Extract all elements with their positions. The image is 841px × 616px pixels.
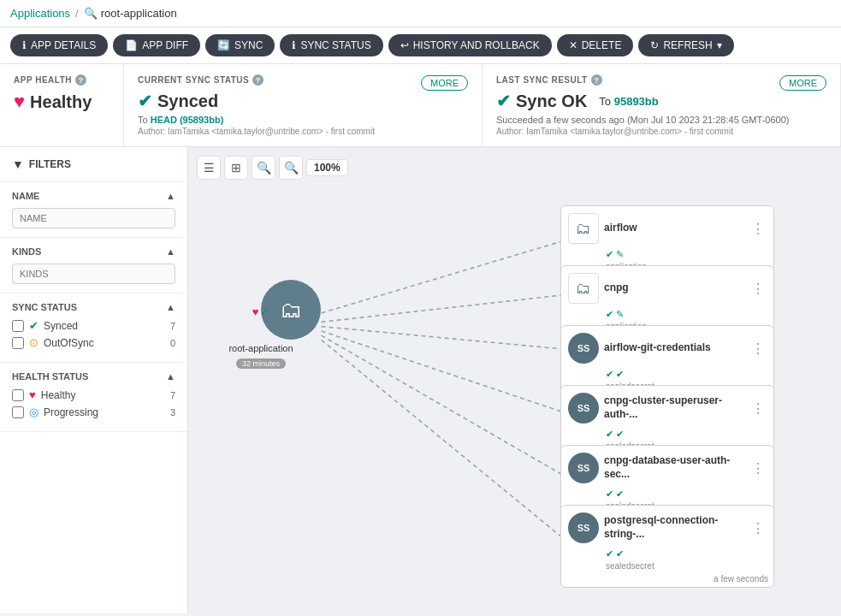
cnpg-db-user-node-header: SS cnpg-database-user-auth-sec... ⋮ (561, 446, 773, 487)
synced-check-icon: ✔ (138, 91, 152, 111)
kinds-collapse-icon: ▲ (166, 246, 175, 257)
graph-zoom-in-button[interactable]: 🔍 (252, 156, 275, 180)
name-filter-title[interactable]: NAME ▲ (12, 191, 175, 201)
sync-button[interactable]: 🔄 SYNC (205, 34, 275, 56)
graph-list-view-button[interactable]: ☰ (197, 156, 221, 180)
root-heart-icon: ♥ (252, 305, 259, 318)
last-sync-check-icon: ✔ (496, 91, 511, 111)
sync-icon: 🔄 (217, 39, 230, 51)
name-filter-input[interactable] (12, 208, 175, 228)
last-sync-value: ✔ Sync OK To 95893bb (496, 91, 826, 111)
current-sync-info-icon: ? (252, 74, 264, 86)
top-nav: Applications / 🔍 root-application (0, 0, 841, 27)
sidebar: ▼ FILTERS NAME ▲ KINDS ▲ SYNC STATUS ▲ (0, 147, 188, 613)
cnpg-superuser-icon: SS (568, 393, 599, 424)
root-node-status-icons: ♥ ✓ (252, 305, 270, 318)
history-rollback-button[interactable]: ↩ HISTORY AND ROLLBACK (388, 34, 552, 56)
sync-status-filter-title[interactable]: SYNC STATUS ▲ (12, 302, 175, 312)
cnpg-db-user-node-title: cnpg-database-user-auth-sec... (604, 454, 744, 481)
current-sync-value: ✔ Synced (138, 91, 468, 111)
health-status-filter-section: HEALTH STATUS ▲ ♥ Healthy 7 ◎ Progressin… (0, 363, 187, 432)
root-node-label: root-application (228, 343, 293, 353)
airflow-git-synced-icon: ✔ (606, 369, 613, 380)
cnpg-superuser-node-header: SS cnpg-cluster-superuser-auth-... ⋮ (561, 386, 773, 427)
name-collapse-icon: ▲ (166, 191, 175, 201)
cnpg-db-user-health-icon: ✔ (616, 489, 624, 500)
health-collapse-icon: ▲ (166, 371, 175, 382)
svg-line-4 (322, 335, 562, 474)
airflow-git-icon: SS (568, 333, 599, 364)
svg-line-0 (322, 241, 562, 313)
current-sync-section: CURRENT SYNC STATUS ? MORE ✔ Synced To H… (124, 64, 483, 146)
postgresql-conn-icon: SS (568, 512, 599, 543)
current-sync-meta: To HEAD (95893bb) (138, 115, 468, 125)
sync-status-button[interactable]: ℹ SYNC STATUS (280, 34, 382, 56)
cnpg-node-title: cnpg (604, 281, 744, 295)
applications-link[interactable]: Applications (10, 7, 70, 20)
sync-status-filter-section: SYNC STATUS ▲ ✔ Synced 7 ⊙ OutOfSync 0 (0, 293, 187, 363)
nav-separator: / (75, 7, 79, 20)
root-time-badge: 32 minutes (236, 358, 286, 369)
health-healthy-row: ♥ Healthy 7 (12, 388, 175, 401)
app-health-label: APP HEALTH ? (14, 74, 110, 86)
delete-icon: ✕ (569, 39, 577, 51)
postgresql-conn-node-header: SS postgresql-connection-string-... ⋮ (561, 506, 773, 547)
app-health-section: APP HEALTH ? ♥ Healthy (0, 64, 124, 146)
main-layout: ▼ FILTERS NAME ▲ KINDS ▲ SYNC STATUS ▲ (0, 147, 841, 613)
airflow-synced-icon: ✔ (606, 249, 613, 260)
airflow-git-status-icons: ✔ ✔ (561, 367, 773, 382)
current-sync-label: CURRENT SYNC STATUS ? (138, 74, 264, 86)
svg-line-2 (322, 327, 562, 349)
graph-zoom-out-button[interactable]: 🔍 (279, 156, 303, 180)
cnpg-menu-icon[interactable]: ⋮ (749, 281, 767, 297)
sync-synced-checkbox[interactable] (12, 320, 24, 332)
cnpg-db-user-icon: SS (568, 453, 599, 483)
airflow-status-icons: ✔ ✎ (561, 247, 773, 262)
refresh-button[interactable]: ↻ REFRESH ▾ (638, 34, 733, 56)
status-bar: APP HEALTH ? ♥ Healthy CURRENT SYNC STAT… (0, 64, 841, 147)
root-check-icon: ✓ (260, 305, 269, 318)
cnpg-superuser-menu-icon[interactable]: ⋮ (749, 400, 767, 417)
last-sync-commit-link[interactable]: 95893bb (614, 95, 659, 108)
health-healthy-checkbox[interactable] (12, 389, 24, 401)
root-node[interactable]: 🗂 (261, 280, 321, 340)
zoom-level: 100% (306, 159, 348, 176)
sync-outofsync-checkbox[interactable] (12, 337, 24, 349)
airflow-edit-icon: ✎ (616, 249, 624, 260)
kinds-filter-title[interactable]: KINDS ▲ (12, 246, 175, 257)
postgresql-conn-node[interactable]: SS postgresql-connection-string-... ⋮ ✔ … (560, 505, 774, 588)
graph-grid-view-button[interactable]: ⊞ (224, 156, 248, 180)
health-status-filter-title[interactable]: HEALTH STATUS ▲ (12, 371, 175, 382)
action-bar: ℹ APP DETAILS 📄 APP DIFF 🔄 SYNC ℹ SYNC S… (0, 27, 841, 64)
sync-synced-row: ✔ Synced 7 (12, 319, 175, 332)
cnpg-synced-icon: ✔ (606, 309, 613, 320)
airflow-menu-icon[interactable]: ⋮ (749, 221, 767, 237)
health-progressing-row: ◎ Progressing 3 (12, 406, 175, 418)
root-node-icon: 🗂 (280, 297, 302, 323)
airflow-git-node-title: airflow-git-credentials (604, 341, 744, 355)
cnpg-db-user-menu-icon[interactable]: ⋮ (749, 460, 767, 477)
app-details-button[interactable]: ℹ APP DETAILS (10, 34, 108, 56)
info-icon2: ℹ (292, 39, 296, 51)
sync-outofsync-row: ⊙ OutOfSync 0 (12, 336, 175, 349)
airflow-git-menu-icon[interactable]: ⋮ (749, 341, 767, 357)
heart-icon: ♥ (14, 91, 25, 113)
graph-area: ☰ ⊞ 🔍 🔍 100% 🗂 root-application ♥ ✓ (188, 147, 841, 613)
postgresql-conn-menu-icon[interactable]: ⋮ (749, 520, 767, 536)
current-sync-more-button[interactable]: MORE (421, 75, 468, 91)
cnpg-status-icons: ✔ ✎ (561, 307, 773, 322)
health-progressing-checkbox[interactable] (12, 406, 24, 418)
svg-line-1 (322, 295, 562, 322)
head-link[interactable]: HEAD (95893bb) (151, 115, 224, 125)
svg-line-5 (322, 340, 562, 537)
airflow-git-health-icon: ✔ (616, 369, 624, 380)
airflow-node-title: airflow (604, 222, 744, 235)
diff-icon: 📄 (125, 39, 138, 51)
delete-button[interactable]: ✕ DELETE (557, 34, 634, 56)
graph-toolbar: ☰ ⊞ 🔍 🔍 100% (197, 156, 348, 180)
kinds-filter-input[interactable] (12, 264, 175, 284)
kinds-filter-section: KINDS ▲ (0, 238, 187, 293)
app-diff-button[interactable]: 📄 APP DIFF (113, 34, 200, 56)
current-sync-author: Author: IamTamika <tamika.taylor@untribe… (138, 127, 468, 136)
last-sync-more-button[interactable]: MORE (779, 75, 826, 91)
